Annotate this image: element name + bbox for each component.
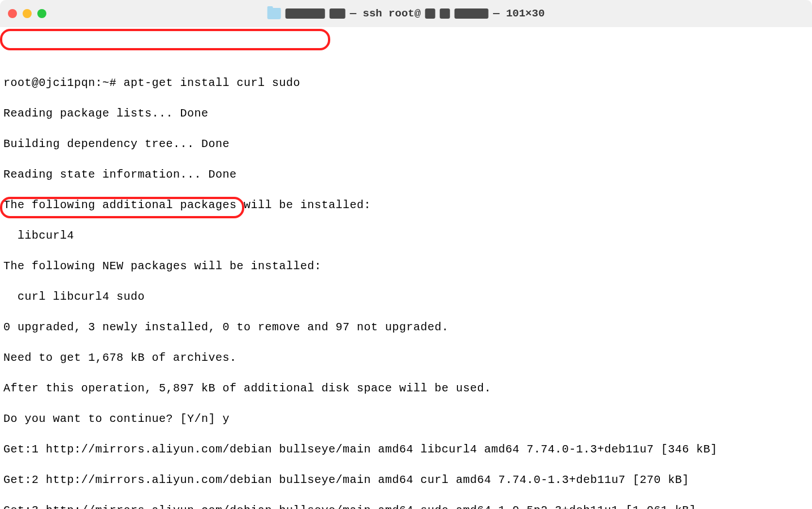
terminal-output[interactable]: root@0jci1pqn:~# apt-get install curl su… (0, 27, 812, 509)
terminal-line: Reading state information... Done (3, 167, 809, 182)
terminal-line: Need to get 1,678 kB of archives. (3, 350, 809, 365)
terminal-line: Get:2 http://mirrors.aliyun.com/debian b… (3, 472, 809, 488)
redacted-text (425, 8, 435, 19)
window-titlebar: — ssh root@ — 101×30 (0, 0, 812, 27)
close-window-button[interactable] (8, 9, 17, 18)
redacted-text (440, 8, 450, 19)
terminal-line: The following NEW packages will be insta… (3, 258, 809, 274)
terminal-line: Do you want to continue? [Y/n] y (3, 411, 809, 426)
traffic-lights (8, 9, 46, 18)
terminal-line: Get:1 http://mirrors.aliyun.com/debian b… (3, 442, 809, 457)
terminal-line: libcurl4 (3, 228, 809, 243)
redacted-text (455, 8, 489, 19)
terminal-line: The following additional packages will b… (3, 197, 809, 213)
terminal-line: After this operation, 5,897 kB of additi… (3, 381, 809, 396)
minimize-window-button[interactable] (23, 9, 32, 18)
redacted-text (330, 8, 345, 19)
highlight-command (0, 29, 330, 50)
terminal-line: curl libcurl4 sudo (3, 289, 809, 304)
window-title: — ssh root@ — 101×30 (267, 7, 545, 20)
terminal-line: Get:3 http://mirrors.aliyun.com/debian b… (3, 503, 809, 509)
redacted-text (286, 8, 325, 19)
terminal-line: root@0jci1pqn:~# apt-get install curl su… (3, 75, 809, 90)
terminal-line: 0 upgraded, 3 newly installed, 0 to remo… (3, 320, 809, 335)
terminal-line: Building dependency tree... Done (3, 136, 809, 152)
title-ssh-prefix: — ssh root@ (350, 7, 421, 20)
maximize-window-button[interactable] (37, 9, 46, 18)
title-dimensions: — 101×30 (493, 7, 545, 20)
terminal-line: Reading package lists... Done (3, 106, 809, 121)
folder-icon (267, 8, 281, 19)
